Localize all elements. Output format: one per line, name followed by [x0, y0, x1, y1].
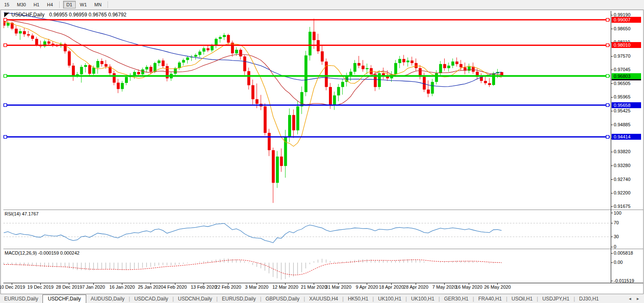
tab-audusd-daily[interactable]: AUDUSD,Daily: [86, 295, 129, 303]
line-end-marker[interactable]: [4, 74, 7, 77]
candle: [125, 77, 128, 83]
chart-title: USDCHF,Daily 0.96955 0.96959 0.96765 0.9…: [11, 12, 127, 18]
date-axis-label: 26 May 2020: [484, 284, 511, 290]
candle: [3, 21, 5, 26]
date-axis-label: 22 Feb 2020: [215, 284, 241, 290]
candle: [158, 61, 161, 63]
tabs-scroll-right-arrow[interactable]: ►: [636, 297, 640, 301]
line-end-marker[interactable]: [4, 19, 7, 21]
tab-eurusd-daily[interactable]: EURUSD,Daily: [0, 295, 42, 303]
date-axis-label: 25 Jan 2020: [138, 284, 164, 290]
toolbar-separator: [108, 1, 109, 8]
candle: [219, 37, 222, 39]
period-button-h4[interactable]: H4: [44, 1, 56, 8]
line-end-marker[interactable]: [606, 104, 609, 106]
date-axis-label: 9 Apr 2020: [356, 284, 378, 290]
candle: [329, 87, 332, 105]
candle: [186, 58, 189, 60]
date-axis-label: 18 Apr 2020: [379, 284, 404, 290]
chart-canvas[interactable]: [0, 0, 644, 303]
level-price-label: 0.99007: [612, 17, 641, 23]
tab-eurusd-daily[interactable]: EURUSD,Daily: [217, 295, 260, 303]
line-end-marker[interactable]: [606, 44, 609, 47]
date-axis-label: 19 Dec 2019: [27, 284, 53, 290]
price-axis-tick: 0.97045: [614, 67, 631, 72]
candle: [451, 61, 454, 66]
candle: [296, 106, 299, 130]
period-button-h1[interactable]: H1: [30, 1, 43, 8]
tab-dj30-h1[interactable]: DJ30,H1: [575, 295, 603, 303]
tab-usdchf-daily[interactable]: USDCHF,Daily: [42, 295, 87, 303]
period-button-mn[interactable]: MN: [91, 1, 105, 8]
candle: [80, 67, 83, 74]
candle: [423, 77, 426, 90]
price-axis-tick: 0.95965: [614, 94, 631, 99]
candle: [211, 46, 214, 50]
tab-gbpusd-daily[interactable]: GBPUSD,Daily: [261, 295, 304, 303]
candle: [194, 55, 197, 57]
tab-hk50-h1[interactable]: HK50,H1: [344, 295, 373, 303]
tab-usoil-h1[interactable]: USOil,H1: [507, 295, 537, 303]
candle: [321, 51, 324, 61]
price-axis-tick: 0.94885: [614, 122, 631, 127]
period-button-d1[interactable]: D1: [63, 1, 76, 8]
rsi-axis-tick: 30: [614, 234, 619, 239]
price-axis-tick: 0.91675: [614, 204, 631, 209]
candle: [227, 35, 230, 43]
candle: [88, 65, 91, 74]
candle: [313, 32, 315, 40]
price-axis-tick: 0.92740: [614, 177, 631, 182]
date-axis-label: 10 Dec 2019: [0, 284, 25, 290]
period-button-15[interactable]: 15: [1, 1, 13, 8]
ohlc-quote-line: 0.96955 0.96959 0.96765 0.96792: [49, 12, 127, 18]
tab-usdjpy-h1[interactable]: USDJPY,H1: [538, 295, 573, 303]
candle: [484, 81, 487, 83]
candle: [427, 90, 430, 94]
line-end-marker[interactable]: [4, 44, 7, 47]
tab-xauusd-h4[interactable]: XAUUSD,H4: [305, 295, 342, 303]
candle: [101, 61, 103, 64]
macd-histogram: [4, 258, 501, 279]
candles: [3, 19, 503, 203]
tab-fra40-h1[interactable]: FRA40,H1: [474, 295, 506, 303]
tab-usdcnh-daily[interactable]: USDCNH,Daily: [174, 295, 216, 303]
tab-uk100-h1[interactable]: UK100,H1: [407, 295, 438, 303]
tab-usdcad-daily[interactable]: USDCAD,Daily: [130, 295, 172, 303]
timeframe-toolbar: 15M30H1H4D1W1MN: [0, 0, 644, 10]
candle: [202, 48, 205, 52]
candle: [121, 83, 124, 89]
macd-axis-tick: 0.00: [614, 260, 623, 265]
candle: [72, 66, 75, 76]
line-end-marker[interactable]: [606, 136, 609, 138]
candle: [223, 35, 226, 37]
line-end-marker[interactable]: [4, 104, 7, 106]
line-end-marker[interactable]: [4, 136, 7, 138]
date-axis-label: 21 Mar 2020: [301, 284, 327, 290]
candle: [300, 92, 303, 106]
period-button-w1[interactable]: W1: [77, 1, 90, 8]
candle: [7, 23, 10, 26]
line-end-marker[interactable]: [606, 19, 609, 21]
candle: [309, 32, 312, 55]
candle: [31, 35, 34, 39]
candle: [394, 63, 397, 74]
candle: [117, 82, 120, 89]
period-button-m30[interactable]: M30: [13, 1, 29, 8]
chart-tabbar: EURUSD,DailyUSDCHF,DailyAUDUSD,Daily|USD…: [0, 295, 644, 303]
candle: [443, 64, 446, 68]
tabs-scroll-left-arrow[interactable]: ◄: [628, 297, 632, 301]
tab-ger30-h1[interactable]: GER30,H1: [440, 295, 473, 303]
candle: [305, 56, 307, 92]
tab-uk100-h1[interactable]: UK100,H1: [374, 295, 405, 303]
candle: [146, 67, 148, 69]
candle: [239, 50, 242, 56]
candle: [231, 43, 234, 53]
line-end-marker[interactable]: [606, 74, 609, 77]
candle: [431, 82, 434, 94]
candle: [439, 64, 442, 73]
candle: [35, 39, 38, 45]
candle: [411, 61, 413, 63]
price-axis-tick: 0.93820: [614, 149, 631, 154]
rsi-axis-tick: 0: [614, 244, 616, 249]
symbol-period-label: USDCHF,Daily: [11, 12, 45, 18]
